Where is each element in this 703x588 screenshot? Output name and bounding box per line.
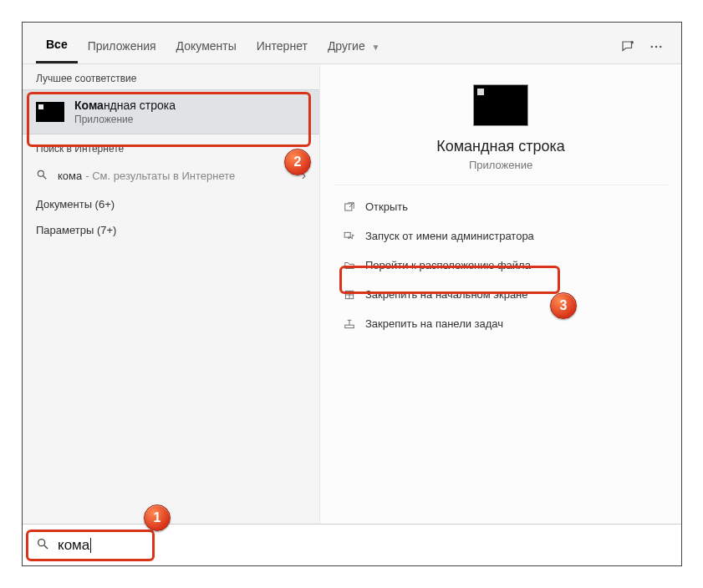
best-match-subtitle: Приложение bbox=[74, 114, 176, 125]
search-bar[interactable]: кома bbox=[23, 524, 681, 565]
svg-point-4 bbox=[38, 170, 43, 176]
action-run-admin[interactable]: Запуск от имени администратора bbox=[334, 221, 668, 251]
action-open[interactable]: Открыть bbox=[334, 192, 668, 221]
best-match-result[interactable]: Командная строка Приложение bbox=[23, 89, 319, 134]
best-match-rest: ндная строка bbox=[104, 99, 176, 112]
svg-point-0 bbox=[631, 41, 634, 43]
content-body: Лучшее соответствие Командная строка При… bbox=[23, 64, 681, 524]
more-icon[interactable] bbox=[644, 35, 668, 58]
open-icon bbox=[340, 201, 359, 213]
action-pin-taskbar[interactable]: Закрепить на панели задач bbox=[334, 309, 668, 338]
preview-header: Командная строка Приложение bbox=[320, 64, 681, 185]
action-run-admin-label: Запуск от имени администратора bbox=[365, 230, 534, 242]
tab-apps[interactable]: Приложения bbox=[78, 31, 166, 63]
svg-point-2 bbox=[655, 45, 657, 47]
chevron-right-icon: › bbox=[302, 168, 306, 183]
category-settings[interactable]: Параметры (7+) bbox=[23, 217, 319, 243]
results-pane: Лучшее соответствие Командная строка При… bbox=[23, 64, 319, 524]
search-input[interactable]: кома bbox=[58, 537, 91, 554]
svg-rect-7 bbox=[344, 232, 350, 237]
action-open-location-label: Перейти к расположению файла bbox=[365, 259, 531, 271]
action-open-label: Открыть bbox=[365, 200, 408, 213]
web-result[interactable]: кома - См. результаты в Интернете › bbox=[23, 160, 319, 191]
shield-icon bbox=[340, 231, 359, 242]
svg-rect-11 bbox=[345, 325, 354, 328]
web-query: кома bbox=[58, 170, 82, 182]
section-best-match: Лучшее соответствие bbox=[23, 64, 319, 89]
feedback-icon[interactable] bbox=[616, 35, 639, 58]
tab-all[interactable]: Все bbox=[36, 29, 78, 63]
action-pin-start-label: Закрепить на начальном экране bbox=[365, 288, 528, 301]
action-open-location[interactable]: Перейти к расположению файла bbox=[334, 251, 668, 280]
preview-thumb-icon bbox=[473, 84, 528, 126]
preview-title: Командная строка bbox=[436, 138, 565, 155]
action-pin-start[interactable]: Закрепить на начальном экране bbox=[334, 280, 668, 309]
section-web: Поиск в Интернете bbox=[23, 134, 319, 160]
tab-more-label: Другие bbox=[328, 39, 365, 53]
search-value: кома bbox=[58, 537, 89, 554]
best-match-text: Командная строка Приложение bbox=[74, 99, 176, 125]
text-caret bbox=[90, 538, 91, 553]
search-icon bbox=[36, 537, 49, 554]
tab-documents[interactable]: Документы bbox=[166, 31, 247, 63]
web-hint: - См. результаты в Интернете bbox=[85, 170, 235, 182]
best-match-title: Командная строка bbox=[74, 99, 176, 112]
cmd-icon bbox=[36, 102, 64, 122]
svg-line-5 bbox=[43, 175, 47, 179]
chevron-down-icon: ▼ bbox=[372, 43, 380, 52]
svg-line-14 bbox=[44, 545, 48, 549]
svg-point-1 bbox=[651, 45, 653, 47]
pin-start-icon bbox=[340, 289, 359, 301]
best-match-bold: Кома bbox=[74, 99, 104, 112]
search-window: Все Приложения Документы Интернет Другие… bbox=[22, 22, 682, 566]
svg-point-13 bbox=[38, 539, 45, 545]
tab-more[interactable]: Другие ▼ bbox=[318, 31, 390, 63]
svg-rect-6 bbox=[345, 203, 352, 210]
actions-list: Открыть Запуск от имени администратора П… bbox=[334, 185, 668, 345]
search-icon bbox=[36, 169, 49, 183]
svg-point-3 bbox=[660, 45, 661, 47]
preview-pane: Командная строка Приложение Открыть Запу… bbox=[319, 64, 681, 524]
tab-web[interactable]: Интернет bbox=[247, 31, 318, 63]
preview-subtitle: Приложение bbox=[469, 159, 532, 171]
action-pin-taskbar-label: Закрепить на панели задач bbox=[365, 317, 503, 330]
category-documents[interactable]: Документы (6+) bbox=[23, 191, 319, 217]
pin-taskbar-icon bbox=[340, 318, 359, 330]
tabs-bar: Все Приложения Документы Интернет Другие… bbox=[23, 23, 681, 64]
folder-icon bbox=[340, 260, 359, 271]
